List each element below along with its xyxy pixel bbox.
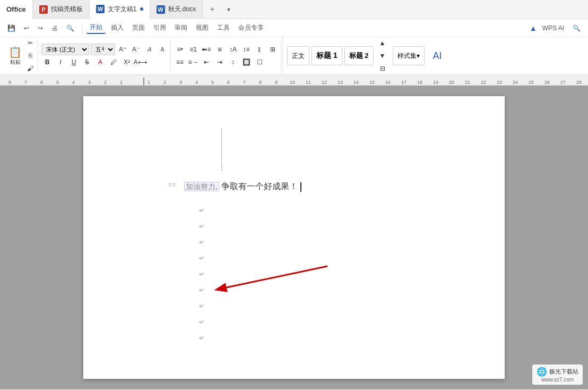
indent-left-button[interactable]: ⇤	[201, 56, 212, 68]
paste-group: 📋 粘贴 ✂ ⎘ 🖌	[4, 40, 38, 72]
watermark-brand: 极光下载站	[549, 368, 578, 376]
document-page[interactable]: ⠿⠿ 加油努力, 争取有一个好成果！ ↵ ↵ ↵ ↵ ↵ ↵ ↵ ↵ ↵	[83, 96, 505, 379]
line-spacing-button[interactable]: ↕	[227, 56, 239, 68]
cut-button[interactable]: ✂	[25, 37, 36, 49]
ruler-7: 7	[243, 80, 246, 85]
align-left-button[interactable]: ⬅≡	[201, 44, 212, 55]
ruler-19: 19	[433, 80, 438, 85]
font-clear-button[interactable]: Ａ	[157, 44, 168, 55]
nav-insert[interactable]: 插入	[108, 22, 127, 33]
ruler-2: 2	[163, 80, 166, 85]
main-text: 争取有一个好成果！	[221, 182, 298, 191]
para-spacing-button[interactable]: ↕≡	[240, 44, 252, 55]
text-direction-button[interactable]: ↕A	[227, 44, 239, 55]
font-reset-button[interactable]: 𝘈	[143, 44, 155, 55]
ruler-9: 9	[275, 80, 278, 85]
ruler-22: 22	[481, 80, 486, 85]
ruler-13: 13	[338, 80, 343, 85]
ruler-21: 21	[465, 80, 470, 85]
styles-down-button[interactable]: ▼	[377, 50, 388, 62]
search-quick-btn[interactable]: 🔍	[63, 23, 77, 33]
redo-btn[interactable]: ↪	[34, 23, 46, 33]
nav-tools[interactable]: 工具	[214, 22, 233, 33]
text-line[interactable]: ⠿⠿ 加油努力, 争取有一个好成果！	[184, 181, 301, 192]
column-button[interactable]: ⫿	[254, 44, 265, 55]
styles-collection-label: 样式集▾	[397, 52, 420, 61]
paste-button[interactable]: 📋 粘贴	[6, 43, 24, 69]
ruler-left-4: 4	[72, 80, 75, 85]
title-bar: Office P 找稿壳模板 W 文字文稿1 W 秋天.docx ＋ ▾	[0, 0, 588, 19]
svg-line-1	[227, 266, 327, 287]
office-button[interactable]: Office	[0, 0, 33, 19]
align-right-button[interactable]: ≡→	[187, 56, 199, 68]
underline-button[interactable]: U	[68, 56, 80, 68]
strikethrough-button[interactable]: S̶	[81, 56, 93, 68]
styles-scroll: ▲ ▼ ⊟	[377, 37, 388, 74]
font-size-select[interactable]: 五号	[91, 44, 115, 55]
indent-right-button[interactable]: ⇥	[214, 56, 226, 68]
font-color-button[interactable]: A	[94, 56, 106, 68]
ruler: 8 7 6 5 4 3 2 1 1 2 3 4 5 6 7 8 9 10 11 …	[0, 75, 588, 86]
nav-review[interactable]: 审阅	[171, 22, 191, 33]
ruler-1: 1	[148, 80, 150, 85]
para-mark-4: ↵	[199, 250, 204, 266]
nav-reference[interactable]: 引用	[150, 22, 169, 33]
font-name-select[interactable]: 宋体 (正文)	[41, 44, 89, 55]
ruler-17: 17	[401, 80, 407, 85]
ruler-5: 5	[211, 80, 214, 85]
tab-autumn[interactable]: W 秋天.docx	[150, 0, 203, 19]
document-area[interactable]: ⠿⠿ 加油努力, 争取有一个好成果！ ↵ ↵ ↵ ↵ ↵ ↵ ↵ ↵ ↵	[0, 86, 588, 389]
style-heading1[interactable]: 标题 1	[312, 46, 342, 65]
copy-button[interactable]: ⎘	[25, 50, 36, 62]
border-button[interactable]: ☐	[254, 56, 265, 68]
ribbon: 💾 ↩ ↪ 🖨 🔍 开始 插入 页面 引用 审阅 视图 工具 会员专享 ▲ WP…	[0, 19, 588, 75]
styles-collection-button[interactable]: 样式集▾	[393, 46, 425, 65]
print-btn[interactable]: 🖨	[48, 23, 61, 33]
nav-view[interactable]: 视图	[193, 22, 212, 33]
ruler-left-5: 5	[56, 80, 59, 85]
bold-button[interactable]: B	[41, 56, 53, 68]
list-number-button[interactable]: ≡1	[187, 44, 199, 55]
tab-label-document1: 文字文稿1	[108, 5, 137, 14]
nav-vip[interactable]: 会员专享	[235, 22, 267, 33]
style-normal[interactable]: 正文	[287, 46, 309, 65]
ruler-content: 8 7 6 5 4 3 2 1 1 2 3 4 5 6 7 8 9 10 11 …	[4, 75, 584, 85]
nav-page[interactable]: 页面	[129, 22, 148, 33]
wps-ai-format-button[interactable]: AI	[431, 43, 444, 69]
add-tab-button[interactable]: ＋	[203, 0, 222, 19]
ruler-3: 3	[179, 80, 182, 85]
undo-btn[interactable]: ↩	[21, 23, 32, 33]
tab-document1[interactable]: W 文字文稿1	[90, 0, 150, 19]
ruler-left-1: 1	[120, 80, 123, 85]
superscript-button[interactable]: X²	[121, 56, 133, 68]
format-painter-button[interactable]: 🖌	[25, 63, 36, 74]
shading-button[interactable]: 🔲	[240, 56, 252, 68]
para-settings-button[interactable]: ⊞	[267, 44, 279, 55]
highlight-button[interactable]: 🖊	[108, 56, 119, 68]
tab-icon-templates: P	[39, 5, 48, 14]
ruler-left-7: 7	[24, 80, 27, 85]
style-heading2[interactable]: 标题 2	[344, 46, 374, 65]
style-normal-label: 正文	[292, 52, 305, 61]
char-spacing-button[interactable]: A⟷	[134, 56, 146, 68]
search-ribbon-btn[interactable]: 🔍	[569, 23, 584, 33]
ruler-24: 24	[513, 80, 518, 85]
italic-button[interactable]: I	[55, 56, 66, 68]
autocomplete-before: 加油努力,	[184, 182, 219, 191]
align-justify-button[interactable]: ≡≡	[174, 56, 186, 68]
save-btn[interactable]: 💾	[4, 23, 19, 33]
styles-more-button[interactable]: ⊟	[377, 63, 388, 74]
ruler-18: 18	[417, 80, 422, 85]
list-bullet-button[interactable]: ≡•	[174, 44, 186, 55]
tab-templates[interactable]: P 找稿壳模板	[33, 0, 90, 19]
tab-arrows[interactable]: ▾	[222, 0, 236, 19]
para-mark-6: ↵	[199, 282, 204, 298]
styles-up-button[interactable]: ▲	[377, 37, 388, 49]
align-center-button[interactable]: ≡	[214, 44, 226, 55]
ruler-left-8: 8	[8, 80, 11, 85]
nav-start[interactable]: 开始	[87, 22, 106, 34]
ruler-left-2: 2	[104, 80, 107, 85]
wps-ai-button[interactable]: WPS AI	[539, 23, 567, 33]
font-shrink-button[interactable]: A⁻	[130, 44, 142, 55]
font-grow-button[interactable]: A⁺	[117, 44, 128, 55]
